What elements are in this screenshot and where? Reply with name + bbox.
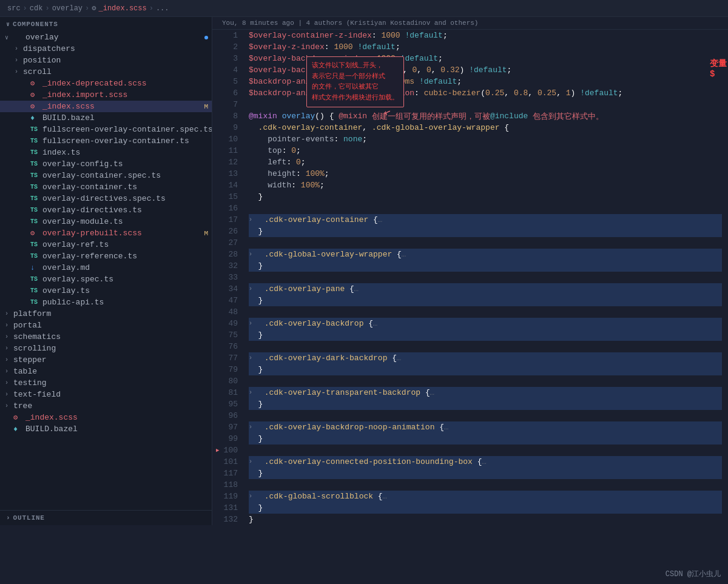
fold-arrow-77[interactable]: ›: [249, 355, 252, 361]
fold-arrow-17[interactable]: ›: [249, 216, 252, 223]
attribution: CSDN @江小虫儿: [666, 569, 721, 579]
sidebar-item-overlay-reference[interactable]: TS overlay-reference.ts: [0, 250, 212, 262]
code-line-77[interactable]: › .cdk-overlay-dark-backdrop {…: [249, 352, 722, 364]
code-line-3: $overlay-backdrop-z-index: 1000 !default…: [249, 53, 722, 64]
chevron-right-icon: ›: [5, 380, 13, 386]
code-line-17[interactable]: › .cdk-overlay-container {…: [249, 214, 722, 226]
breadcrumb-more: ...: [156, 4, 169, 13]
ln-77: 77: [217, 352, 238, 364]
code-line-34[interactable]: › .cdk-overlay-pane {…: [249, 283, 722, 295]
sidebar-item-index-import[interactable]: ⚙ _index.import.scss: [0, 89, 212, 101]
chevron-right-icon: ›: [5, 357, 13, 363]
sidebar-item-index-deprecated[interactable]: ⚙ _index-deprecated.scss: [0, 78, 212, 89]
ln-117: 117: [217, 468, 238, 479]
editor-area: You, 8 minutes ago | 4 authors (Kristiya…: [212, 17, 728, 525]
code-container[interactable]: 1 2 3 4 5 6 7 8 9 10 11 12 13 14: [212, 30, 728, 525]
sidebar-item-portal[interactable]: › portal: [0, 320, 212, 331]
ln-27: 27: [217, 237, 238, 249]
sidebar-item-position[interactable]: › position: [0, 55, 212, 66]
git-info-bar: You, 8 minutes ago | 4 authors (Kristiya…: [212, 17, 728, 30]
sidebar-item-overlay-spec[interactable]: TS overlay.spec.ts: [0, 274, 212, 285]
sidebar-item-overlay-module[interactable]: TS overlay-module.ts: [0, 216, 212, 227]
sidebar-item-table[interactable]: › table: [0, 366, 212, 377]
fold-arrow-28[interactable]: ›: [249, 251, 252, 258]
code-line-14: width: 100%;: [249, 180, 722, 191]
fold-arrow-97[interactable]: ›: [249, 424, 252, 431]
sidebar-item-overlay-config[interactable]: TS overlay-config.ts: [0, 158, 212, 170]
sidebar-chevron[interactable]: ∨: [6, 21, 10, 28]
sidebar-item-overlay[interactable]: ∨ overlay: [0, 32, 212, 43]
sidebar-item-index-ts[interactable]: TS index.ts: [0, 147, 212, 158]
sidebar-item-public-api[interactable]: TS public-api.ts: [0, 297, 212, 308]
sidebar-item-index-scss[interactable]: ⚙ _index.scss M: [0, 101, 212, 112]
code-line-97[interactable]: › .cdk-overlay-backdrop-noop-animation {…: [249, 421, 722, 433]
sidebar-item-scroll[interactable]: › scroll: [0, 66, 212, 78]
sidebar-item-testing[interactable]: › testing: [0, 377, 212, 389]
ts-icon: TS: [30, 195, 40, 202]
sidebar-item-overlay-ref[interactable]: TS overlay-ref.ts: [0, 239, 212, 250]
fold-arrow-34[interactable]: ›: [249, 286, 252, 292]
ts-icon: TS: [30, 138, 40, 144]
sidebar-item-scrolling[interactable]: › scrolling: [0, 343, 212, 354]
line-numbers: 1 2 3 4 5 6 7 8 9 10 11 12 13 14: [212, 30, 243, 525]
code-line-49[interactable]: › .cdk-overlay-backdrop {…: [249, 318, 722, 329]
ln-16: 16: [217, 203, 238, 214]
sidebar-item-overlay-ts[interactable]: TS overlay.ts: [0, 285, 212, 297]
code-line-5: $backdrop-animation-duration: 400ms !def…: [249, 76, 722, 87]
code-line-81[interactable]: › .cdk-overlay-transparent-backdrop {…: [249, 387, 722, 398]
ln-97: 97: [217, 421, 238, 433]
sidebar-item-tree[interactable]: › tree: [0, 400, 212, 412]
code-line-76: [249, 341, 722, 352]
sidebar-item-overlay-prebuilt[interactable]: ⚙ overlay-prebuilt.scss M: [0, 227, 212, 239]
code-line-80: [249, 375, 722, 387]
scss-icon: ⚙: [13, 413, 23, 422]
ln-10: 10: [217, 133, 238, 145]
chevron-right-icon: ›: [15, 57, 23, 64]
sidebar-item-root-index-scss[interactable]: ⚙ _index.scss: [0, 412, 212, 423]
sidebar-item-build-bazel[interactable]: ♦ BUILD.bazel: [0, 112, 212, 124]
outline-bar[interactable]: › OUTLINE: [0, 510, 212, 525]
fold-arrow-101[interactable]: ›: [249, 458, 252, 465]
ln-11: 11: [217, 145, 238, 156]
sidebar-item-fullscreen-spec[interactable]: TS fullscreen-overlay-container.spec.ts: [0, 124, 212, 135]
bazel-icon: ♦: [30, 114, 40, 123]
sidebar-item-root-build[interactable]: ♦ BUILD.bazel: [0, 423, 212, 435]
code-line-95: }: [249, 398, 722, 410]
sidebar-item-fullscreen-ts[interactable]: TS fullscreen-overlay-container.ts: [0, 135, 212, 147]
scss-icon: ⚙: [30, 102, 40, 111]
sidebar-item-overlay-directives-spec[interactable]: TS overlay-directives.spec.ts: [0, 193, 212, 204]
ln-32: 32: [217, 260, 238, 272]
breadcrumb-file: _index.scss: [98, 4, 146, 13]
code-line-101[interactable]: › .cdk-overlay-connected-position-boundi…: [249, 456, 722, 468]
sidebar-item-platform[interactable]: › platform: [0, 308, 212, 320]
sidebar-item-stepper[interactable]: › stepper: [0, 354, 212, 366]
breadcrumb-cdk: cdk: [30, 4, 43, 13]
sidebar-item-overlay-md[interactable]: ↓ overlay.md: [0, 262, 212, 274]
modified-badge: M: [204, 103, 208, 110]
sidebar-item-schematics[interactable]: › schematics: [0, 331, 212, 343]
sidebar-item-overlay-container[interactable]: TS overlay-container.ts: [0, 181, 212, 193]
modified-dot: [204, 36, 208, 39]
ln-132: 132: [217, 514, 238, 525]
fold-arrow-119[interactable]: ›: [249, 493, 252, 500]
ln-75: 75: [217, 329, 238, 341]
ln-118: 118: [217, 479, 238, 491]
md-icon: ↓: [30, 264, 40, 272]
ln-100: 100: [217, 445, 238, 456]
fold-arrow-81[interactable]: ›: [249, 389, 252, 396]
sidebar-item-overlay-container-spec[interactable]: TS overlay-container.spec.ts: [0, 170, 212, 181]
ln-7: 7: [217, 99, 238, 110]
code-line-28[interactable]: › .cdk-global-overlay-wrapper {…: [249, 249, 722, 260]
sidebar-item-text-field[interactable]: › text-field: [0, 389, 212, 400]
ln-2: 2: [217, 41, 238, 53]
code-line-10: pointer-events: none;: [249, 133, 722, 145]
fold-arrow-49[interactable]: ›: [249, 320, 252, 327]
code-line-119[interactable]: › .cdk-global-scrollblock {…: [249, 491, 722, 502]
ln-13: 13: [217, 168, 238, 180]
sidebar-item-overlay-directives[interactable]: TS overlay-directives.ts: [0, 204, 212, 216]
code-line-117: }: [249, 468, 722, 479]
ts-icon: TS: [30, 207, 40, 213]
sidebar-item-dispatchers[interactable]: › dispatchers: [0, 43, 212, 55]
code-line-32: }: [249, 260, 722, 272]
app-container: src › cdk › overlay › ⚙ _index.scss › ..…: [0, 0, 728, 525]
